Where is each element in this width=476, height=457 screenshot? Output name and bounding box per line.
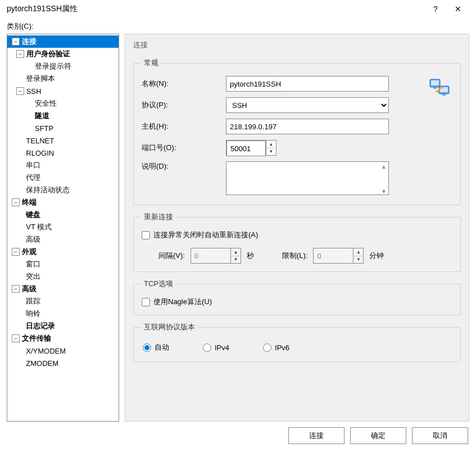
desc-textarea[interactable] xyxy=(226,161,389,195)
port-spin-down-icon[interactable]: ▼ xyxy=(266,148,276,156)
interval-spin-up-icon: ▲ xyxy=(231,248,241,256)
tree-keepalive[interactable]: 保持活动状态 xyxy=(7,184,119,196)
tree-security[interactable]: 安全性 xyxy=(7,97,119,110)
tree-login-script[interactable]: 登录脚本 xyxy=(7,73,119,85)
tree-rlogin[interactable]: RLOGIN xyxy=(7,147,119,159)
auto-reconnect-checkbox[interactable] xyxy=(142,231,150,239)
category-label: 类别(C): xyxy=(0,18,476,34)
ipver-ipv4-radio[interactable] xyxy=(203,343,211,352)
port-label: 端口号(O): xyxy=(142,143,226,153)
group-reconnect: 重新连接 连接异常关闭时自动重新连接(A) 间隔(V): ▲▼ 秒 限制(L):… xyxy=(133,212,461,272)
ok-button[interactable]: 确定 xyxy=(350,427,406,444)
limit-label: 限制(L): xyxy=(282,251,308,261)
tree-terminal[interactable]: −终端 xyxy=(7,196,119,209)
ipver-ipv6[interactable]: IPv6 xyxy=(263,343,289,352)
limit-spin-down-icon: ▼ xyxy=(353,256,363,264)
interval-spin-down-icon: ▼ xyxy=(231,256,241,264)
close-button[interactable]: ✕ xyxy=(447,0,469,18)
ipver-ipv4-label: IPv4 xyxy=(215,343,229,352)
interval-unit: 秒 xyxy=(247,251,254,261)
name-input[interactable] xyxy=(226,76,389,92)
protocol-select[interactable]: SSH xyxy=(226,97,389,113)
legend-reconnect: 重新连接 xyxy=(142,212,175,222)
textarea-scroll-icon: ▲▼ xyxy=(381,164,387,194)
ipver-auto[interactable]: 自动 xyxy=(143,342,169,352)
tree-window[interactable]: 窗口 xyxy=(7,258,119,270)
tree-bell[interactable]: 响铃 xyxy=(7,307,119,320)
tree-serial[interactable]: 串口 xyxy=(7,159,119,171)
panel-header: 连接 xyxy=(133,39,461,51)
name-label: 名称(N): xyxy=(142,79,226,89)
nagle-label: 使用Nagle算法(U) xyxy=(153,297,212,307)
category-tree[interactable]: −连接 −用户身份验证 登录提示符 登录脚本 xyxy=(7,34,119,422)
legend-general: 常规 xyxy=(142,58,161,68)
ipver-auto-label: 自动 xyxy=(155,342,169,352)
interval-input xyxy=(191,248,230,263)
tree-highlight[interactable]: 突出 xyxy=(7,270,119,283)
tree-term-advanced[interactable]: 高级 xyxy=(7,233,119,246)
group-tcp: TCP选项 使用Nagle算法(U) xyxy=(133,279,461,315)
ipver-auto-radio[interactable] xyxy=(143,343,151,352)
tree-logging[interactable]: 日志记录 xyxy=(7,320,119,332)
tree-connection[interactable]: −连接 xyxy=(7,35,119,48)
tree-keyboard[interactable]: 键盘 xyxy=(7,209,119,221)
group-general: 常规 名称(N): 协议(P): SSH 主机(H): xyxy=(133,58,461,205)
tree-appearance[interactable]: −外观 xyxy=(7,246,119,258)
nagle-checkbox[interactable] xyxy=(142,298,150,306)
help-button[interactable]: ? xyxy=(424,0,447,18)
legend-tcp: TCP选项 xyxy=(142,279,175,289)
tree-xymodem[interactable]: X/YMODEM xyxy=(7,345,119,357)
ipver-ipv4[interactable]: IPv4 xyxy=(203,343,229,352)
tree-tunnel[interactable]: 隧道 xyxy=(7,110,119,122)
ipver-ipv6-label: IPv6 xyxy=(275,343,289,352)
connect-button[interactable]: 连接 xyxy=(288,427,344,444)
interval-label: 间隔(V): xyxy=(158,251,185,261)
tree-proxy[interactable]: 代理 xyxy=(7,171,119,184)
limit-unit: 分钟 xyxy=(369,251,384,261)
interval-spinner: ▲▼ xyxy=(191,248,241,264)
tree-login-prompt[interactable]: 登录提示符 xyxy=(7,60,119,73)
limit-spin-up-icon: ▲ xyxy=(353,248,363,256)
tree-tracking[interactable]: 跟踪 xyxy=(7,295,119,307)
limit-input xyxy=(314,248,353,263)
port-input[interactable] xyxy=(226,141,266,156)
protocol-label: 协议(P): xyxy=(142,100,226,110)
tree-file-transfer[interactable]: −文件传输 xyxy=(7,332,119,345)
host-label: 主机(H): xyxy=(142,121,226,132)
tree-sftp[interactable]: SFTP xyxy=(7,122,119,134)
svg-rect-2 xyxy=(433,87,437,89)
port-spinner[interactable]: ▲▼ xyxy=(226,140,276,156)
desc-label: 说明(D): xyxy=(142,161,226,171)
tree-advanced[interactable]: −高级 xyxy=(7,283,119,295)
tree-user-auth[interactable]: −用户身份验证 xyxy=(7,48,119,60)
svg-rect-5 xyxy=(442,94,446,96)
auto-reconnect-label: 连接异常关闭时自动重新连接(A) xyxy=(153,230,258,240)
limit-spinner: ▲▼ xyxy=(313,248,364,264)
cancel-button[interactable]: 取消 xyxy=(412,427,468,444)
content-panel: 连接 常规 名称(N): 协议(P): SSH xyxy=(125,34,469,422)
svg-rect-1 xyxy=(431,80,439,85)
ipver-ipv6-radio[interactable] xyxy=(263,343,271,352)
button-bar: 连接 确定 取消 xyxy=(0,422,476,450)
group-ipver: 互联网协议版本 自动 IPv4 IPv6 xyxy=(133,322,461,362)
tree-telnet[interactable]: TELNET xyxy=(7,134,119,147)
port-spin-up-icon[interactable]: ▲ xyxy=(266,141,276,148)
connection-icon xyxy=(429,77,451,99)
tree-zmodem[interactable]: ZMODEM xyxy=(7,357,119,369)
host-input[interactable] xyxy=(226,119,389,134)
window-title: pytorch191SSH属性 xyxy=(7,4,424,14)
tree-ssh[interactable]: −SSH xyxy=(7,85,119,97)
tree-vt-mode[interactable]: VT 模式 xyxy=(7,221,119,233)
legend-ipver: 互联网协议版本 xyxy=(142,322,197,332)
title-bar: pytorch191SSH属性 ? ✕ xyxy=(0,0,476,18)
